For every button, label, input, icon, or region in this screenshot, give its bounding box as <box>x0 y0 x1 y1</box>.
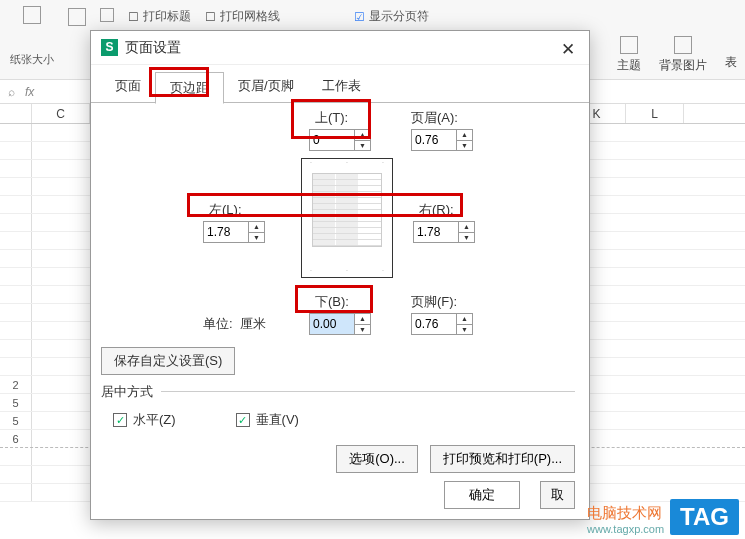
find-icon[interactable]: ⌕ <box>8 85 15 99</box>
label-right: 右(R): <box>419 201 454 219</box>
bgimage-icon[interactable] <box>674 36 692 54</box>
preview-print-button[interactable]: 打印预览和打印(P)... <box>430 445 575 473</box>
spinner-left[interactable]: ▲▼ <box>203 221 265 243</box>
app-badge: S <box>101 39 118 56</box>
unit-value: 厘米 <box>240 316 266 331</box>
show-pagebreak-label: 显示分页符 <box>369 8 429 25</box>
ok-button[interactable]: 确定 <box>444 481 520 509</box>
show-pagebreak-check[interactable]: ☑ <box>354 10 365 24</box>
input-header[interactable] <box>412 130 456 150</box>
input-right[interactable] <box>414 222 458 242</box>
input-left[interactable] <box>204 222 248 242</box>
input-bottom[interactable] <box>310 314 354 334</box>
paper-size-label[interactable]: 纸张大小 <box>10 52 54 67</box>
spinner-header[interactable]: ▲▼ <box>411 129 473 151</box>
table-label: 表 <box>725 54 737 71</box>
print-gridlines-check[interactable]: ☐ <box>205 10 216 24</box>
tab-margins[interactable]: 页边距 <box>155 72 224 104</box>
spinner-footer[interactable]: ▲▼ <box>411 313 473 335</box>
check-horizontal[interactable]: ✓水平(Z) <box>113 411 176 429</box>
margin-preview: ··· ··· <box>301 158 393 278</box>
options-button[interactable]: 选项(O)... <box>336 445 418 473</box>
tag-badge: TAG <box>670 499 739 535</box>
spinner-top[interactable]: ▲▼ <box>309 129 371 151</box>
theme-icon[interactable] <box>620 36 638 54</box>
print-gridlines-label: 打印网格线 <box>220 8 280 25</box>
close-icon[interactable]: ✕ <box>557 39 579 61</box>
label-top: 上(T): <box>315 109 348 127</box>
insert-icon[interactable] <box>68 8 86 26</box>
label-left: 左(L): <box>209 201 242 219</box>
tab-sheet[interactable]: 工作表 <box>308 71 375 103</box>
print-title-check[interactable]: ☐ <box>128 10 139 24</box>
center-mode-label: 居中方式 <box>101 383 153 401</box>
label-footer: 页脚(F): <box>411 293 457 311</box>
input-top[interactable] <box>310 130 354 150</box>
spinner-right[interactable]: ▲▼ <box>413 221 475 243</box>
spinner-bottom[interactable]: ▲▼ <box>309 313 371 335</box>
unit-label: 单位: <box>203 316 233 331</box>
up-arrow-icon[interactable]: ▲ <box>355 130 370 141</box>
fx-label[interactable]: fx <box>25 85 34 99</box>
input-footer[interactable] <box>412 314 456 334</box>
tab-headerfooter[interactable]: 页眉/页脚 <box>224 71 308 103</box>
watermark: 电脑技术网 www.tagxp.com TAG <box>587 499 739 535</box>
label-header: 页眉(A): <box>411 109 458 127</box>
tab-bar: 页面 页边距 页眉/页脚 工作表 <box>91 65 589 103</box>
save-custom-button[interactable]: 保存自定义设置(S) <box>101 347 235 375</box>
theme-label: 主题 <box>617 57 641 74</box>
page-setup-dialog: S 页面设置 ✕ 页面 页边距 页眉/页脚 工作表 上(T): ▲▼ 页眉(A)… <box>90 30 590 520</box>
check-vertical[interactable]: ✓垂直(V) <box>236 411 299 429</box>
label-bottom: 下(B): <box>315 293 349 311</box>
cancel-button[interactable]: 取 <box>540 481 575 509</box>
tab-page[interactable]: 页面 <box>101 71 155 103</box>
down-arrow-icon[interactable]: ▼ <box>355 141 370 151</box>
title-icon[interactable] <box>100 8 114 22</box>
bgimage-label: 背景图片 <box>659 57 707 74</box>
print-title-label: 打印标题 <box>143 8 191 25</box>
dialog-title: 页面设置 <box>125 39 181 57</box>
page-icon <box>23 6 41 24</box>
